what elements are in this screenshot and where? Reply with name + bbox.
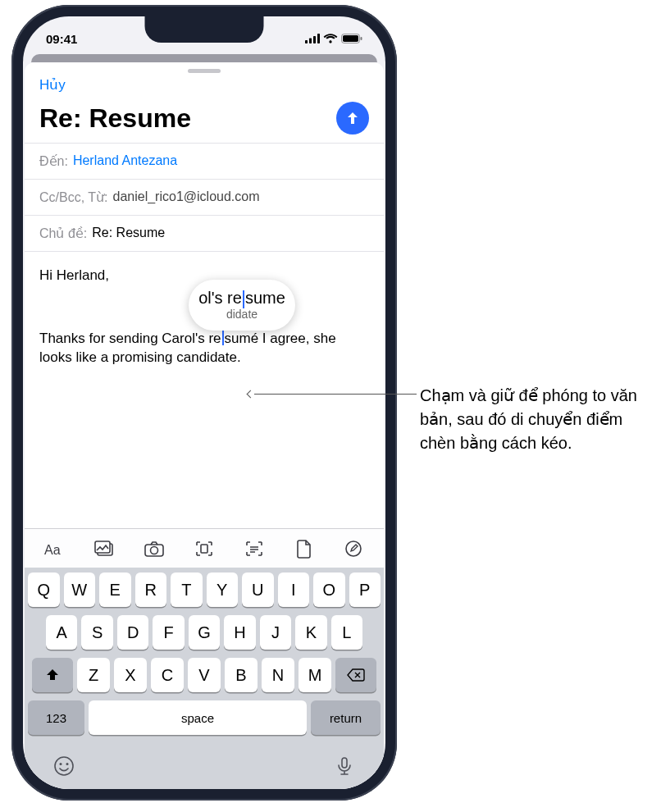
key-r[interactable]: R: [135, 573, 167, 607]
return-key[interactable]: return: [311, 700, 381, 735]
key-row-3: Z X C V B N M: [28, 658, 381, 692]
dictation-key[interactable]: [333, 755, 356, 778]
shift-key[interactable]: [32, 658, 73, 692]
screen: 09:41 Hủy Re: Resume: [23, 16, 385, 789]
insertion-point[interactable]: [222, 331, 224, 345]
notch: [145, 16, 264, 43]
scan-document-icon[interactable]: [191, 536, 217, 562]
loupe-text-1a: ol's re: [198, 289, 242, 307]
key-o[interactable]: O: [313, 573, 345, 607]
svg-point-13: [346, 541, 361, 556]
svg-point-16: [66, 763, 69, 765]
cc-label: Cc/Bcc, Từ:: [39, 189, 108, 205]
backspace-key[interactable]: [335, 658, 376, 692]
numbers-key[interactable]: 123: [28, 700, 84, 735]
status-time: 09:41: [46, 32, 77, 46]
key-n[interactable]: N: [262, 658, 294, 692]
key-z[interactable]: Z: [77, 658, 110, 692]
key-v[interactable]: V: [188, 658, 221, 692]
cancel-button[interactable]: Hủy: [25, 76, 384, 97]
svg-rect-6: [361, 37, 362, 40]
key-f[interactable]: F: [153, 615, 184, 650]
compose-sheet: Hủy Re: Resume Đến: Herland Antezana Cc/…: [25, 62, 384, 789]
key-b[interactable]: B: [225, 658, 258, 692]
keyboard-toolbar: Aa: [25, 528, 384, 568]
key-k[interactable]: K: [295, 615, 326, 650]
space-key[interactable]: space: [89, 700, 307, 735]
key-i[interactable]: I: [278, 573, 310, 607]
subject-value: Re: Resume: [92, 226, 165, 241]
svg-point-11: [151, 546, 158, 554]
key-q[interactable]: Q: [28, 573, 60, 607]
keyboard[interactable]: Q W E R T Y U I O P A S D F G H: [25, 568, 384, 789]
svg-rect-17: [342, 758, 347, 768]
body-text-before-cursor: Thanks for sending Carol's re: [39, 331, 221, 346]
phone-frame: 09:41 Hủy Re: Resume: [11, 5, 397, 801]
insertion-point-magnified: [243, 290, 244, 308]
sheet-grabber[interactable]: [188, 69, 221, 73]
to-field[interactable]: Đến: Herland Antezana: [25, 143, 384, 179]
cc-field[interactable]: Cc/Bcc, Từ: daniel_rico1@icloud.com: [25, 179, 384, 215]
key-u[interactable]: U: [242, 573, 274, 607]
photos-icon[interactable]: [91, 536, 117, 562]
key-x[interactable]: X: [114, 658, 147, 692]
svg-rect-0: [305, 40, 308, 43]
format-icon[interactable]: Aa: [41, 536, 67, 562]
svg-rect-5: [343, 35, 358, 42]
key-h[interactable]: H: [224, 615, 255, 650]
key-s[interactable]: S: [81, 615, 112, 650]
svg-rect-3: [317, 34, 320, 43]
svg-text:Aa: Aa: [44, 543, 61, 557]
key-t[interactable]: T: [171, 573, 203, 607]
key-e[interactable]: E: [99, 573, 131, 607]
send-button[interactable]: [336, 102, 369, 135]
callout-leader-line: [254, 394, 417, 395]
subject-field[interactable]: Chủ đề: Re: Resume: [25, 215, 384, 251]
text-magnifier: ol's resume didate: [189, 280, 295, 331]
svg-point-14: [55, 757, 73, 775]
battery-icon: [341, 32, 362, 46]
wifi-icon: [323, 32, 338, 46]
loupe-text-1b: sume: [245, 289, 285, 307]
key-y[interactable]: Y: [207, 573, 239, 607]
subject-label: Chủ đề:: [39, 226, 87, 241]
svg-point-15: [60, 763, 62, 765]
key-d[interactable]: D: [117, 615, 148, 650]
svg-rect-12: [201, 545, 207, 553]
svg-rect-2: [313, 36, 316, 43]
sheet-behind: [31, 54, 377, 62]
message-body[interactable]: Hi Herland, ol's resume didate Thanks fo…: [25, 251, 384, 528]
file-icon[interactable]: [291, 536, 317, 562]
camera-icon[interactable]: [141, 536, 167, 562]
loupe-text-2: didate: [226, 308, 258, 321]
callout-text: Chạm và giữ để phóng to văn bản, sau đó …: [420, 384, 658, 455]
svg-rect-1: [309, 38, 312, 43]
emoji-key[interactable]: [52, 755, 75, 778]
key-w[interactable]: W: [64, 573, 96, 607]
to-label: Đến:: [39, 153, 68, 169]
key-g[interactable]: G: [189, 615, 220, 650]
key-l[interactable]: L: [331, 615, 362, 650]
key-p[interactable]: P: [349, 573, 381, 607]
key-j[interactable]: J: [260, 615, 291, 650]
cellular-icon: [305, 32, 320, 46]
key-row-2: A S D F G H J K L: [28, 615, 381, 650]
key-row-1: Q W E R T Y U I O P: [28, 573, 381, 607]
scan-text-icon[interactable]: [241, 536, 267, 562]
markup-icon[interactable]: [340, 536, 367, 562]
to-value[interactable]: Herland Antezana: [73, 153, 177, 169]
key-row-4: 123 space return: [28, 700, 381, 735]
key-c[interactable]: C: [151, 658, 184, 692]
cc-value: daniel_rico1@icloud.com: [113, 189, 260, 205]
key-a[interactable]: A: [46, 615, 77, 650]
page-title: Re: Resume: [39, 103, 191, 134]
arrow-up-icon: [344, 110, 361, 126]
key-m[interactable]: M: [299, 658, 331, 692]
